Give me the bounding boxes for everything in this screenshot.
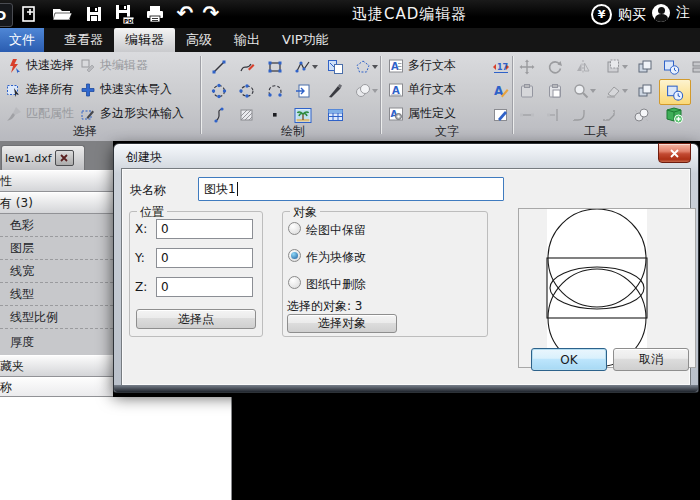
radio-delete-label[interactable]: 图纸中删除 (306, 276, 366, 293)
z-input[interactable] (156, 277, 253, 297)
radio-keep-label[interactable]: 绘图中保留 (306, 222, 366, 239)
mtext-button[interactable]: A 多行文本 (388, 57, 456, 74)
tab-vip[interactable]: VIP功能 (271, 28, 340, 52)
ok-button[interactable]: OK (531, 348, 607, 371)
image-tool[interactable] (292, 105, 314, 125)
property-row-layer[interactable]: 图层 (0, 237, 113, 260)
hatch-tool[interactable] (236, 105, 258, 125)
radio-convert-label[interactable]: 作为块修改 (306, 249, 366, 266)
favorites-name-column-header[interactable]: 称 (0, 377, 113, 397)
donut-tool[interactable] (352, 81, 380, 101)
text-scale-icon[interactable]: 17 (490, 57, 512, 77)
insert-block-tool[interactable] (324, 57, 346, 77)
tab-advanced[interactable]: 高级 (175, 28, 223, 52)
array-tool[interactable] (602, 57, 630, 77)
text-button[interactable]: A 单行文本 (388, 81, 456, 98)
create-block-tool[interactable] (660, 57, 682, 77)
block-editor-button[interactable]: 块编辑器 (80, 57, 148, 74)
partial-tool-icon[interactable] (688, 57, 700, 77)
arc-tool[interactable] (264, 81, 286, 101)
tab-viewer[interactable]: 查看器 (53, 28, 114, 52)
paste-tool[interactable] (516, 81, 538, 101)
properties-all-header[interactable]: 有 (3) (0, 192, 113, 214)
blend-tool[interactable] (630, 105, 652, 125)
erase-dropdown[interactable] (622, 89, 628, 93)
pick-point-button[interactable]: 选择点 (136, 309, 256, 329)
quick-entity-import-button[interactable]: 快速实体导入 (80, 81, 172, 98)
text-icon: A (388, 82, 404, 98)
save-as-pdf-icon[interactable]: PDF (111, 2, 137, 26)
spline-tool[interactable] (236, 57, 258, 77)
property-row-lineweight[interactable]: 线宽 (0, 260, 113, 283)
property-row-linetype-scale[interactable]: 线型比例 (0, 306, 113, 329)
dim-tool[interactable] (516, 105, 538, 125)
zoom-tool[interactable] (570, 81, 598, 101)
favorites-list-panel[interactable] (0, 397, 232, 500)
chamfer-tool[interactable] (598, 105, 620, 125)
array-dropdown[interactable] (622, 65, 628, 69)
copy-tool[interactable] (634, 81, 656, 101)
dim-edit-tool[interactable] (542, 105, 564, 125)
add-favorite-tool[interactable] (662, 105, 686, 125)
dialog-close-button[interactable] (658, 143, 691, 163)
freehand-spline-tool[interactable] (208, 105, 230, 125)
block-name-input[interactable]: 图块1 (198, 177, 504, 201)
radio-delete-from-drawing[interactable] (288, 276, 301, 289)
select-objects-button[interactable]: 选择对象 (287, 314, 397, 333)
tab-file[interactable]: 文件 (0, 28, 44, 52)
open-file-icon[interactable] (49, 2, 75, 26)
favorites-panel-header[interactable]: 藏夹 (0, 355, 113, 377)
y-input[interactable] (156, 248, 253, 268)
radio-convert-to-block[interactable] (288, 249, 301, 262)
fillet-tool[interactable] (568, 105, 590, 125)
redo-icon[interactable]: ↷ (198, 1, 224, 25)
text-edit-icon[interactable]: A (490, 81, 512, 101)
rectangle-tool[interactable] (264, 57, 286, 77)
select-all-button[interactable]: 选择所有 (6, 81, 74, 98)
undo-icon[interactable]: ↶ (172, 1, 198, 25)
x-input[interactable] (156, 219, 253, 239)
erase-tool[interactable] (602, 81, 630, 101)
document-tab-close-button[interactable] (55, 150, 74, 166)
cancel-button[interactable]: 取消 (613, 348, 689, 371)
rotate-tool[interactable] (544, 57, 566, 77)
line-tool[interactable] (208, 57, 230, 77)
property-row-thickness[interactable]: 厚度 (0, 329, 113, 355)
properties-panel-header[interactable]: 性 (0, 170, 113, 192)
point-tool[interactable] (264, 105, 286, 125)
tab-output[interactable]: 输出 (223, 28, 271, 52)
new-file-icon[interactable] (16, 2, 42, 26)
print-icon[interactable] (142, 2, 168, 26)
attribute-edit-icon[interactable] (490, 105, 512, 125)
mirror-tool[interactable] (572, 57, 594, 77)
pen-tool[interactable] (324, 81, 346, 101)
tab-editor[interactable]: 编辑器 (114, 28, 175, 52)
move-tool[interactable] (516, 57, 538, 77)
circle-tool[interactable] (208, 81, 230, 101)
register-button[interactable]: 注 (652, 4, 690, 22)
zoom-dropdown[interactable] (590, 89, 596, 93)
document-tab[interactable]: lew1.dxf (1, 145, 85, 170)
radio-keep-in-drawing[interactable] (288, 222, 301, 235)
buy-button[interactable]: ¥ 购买 (591, 4, 646, 25)
polygon-dropdown[interactable] (372, 65, 378, 69)
polyline-dropdown[interactable] (312, 65, 318, 69)
quick-select-button[interactable]: 快速选择 (6, 57, 74, 74)
paste-special-tool[interactable] (544, 81, 566, 101)
polygon-tool[interactable] (352, 57, 380, 77)
attribute-define-button[interactable]: A 属性定义 (388, 105, 456, 122)
property-row-color[interactable]: 色彩 (0, 214, 113, 237)
polyline-tool[interactable] (292, 57, 320, 77)
ellipse-tool[interactable] (236, 81, 258, 101)
create-block-active-button[interactable] (659, 79, 691, 105)
dialog-bottom-frame (114, 385, 698, 392)
match-properties-button[interactable]: 匹配属性 (6, 105, 74, 122)
svg-text:PDF: PDF (124, 18, 135, 24)
property-row-linetype[interactable]: 线型 (0, 283, 113, 306)
save-icon[interactable] (81, 2, 107, 26)
import-entity-tool[interactable] (292, 81, 314, 101)
table-tool[interactable] (324, 105, 346, 125)
donut-dropdown[interactable] (372, 89, 378, 93)
polygon-entity-input-button[interactable]: 多边形实体输入 (80, 105, 184, 122)
copy-layers-tool[interactable] (634, 57, 656, 77)
